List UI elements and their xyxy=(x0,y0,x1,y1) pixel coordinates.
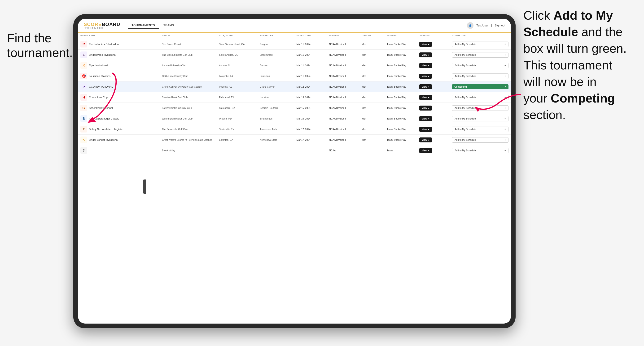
event-name-cell: B The Carpetbagger Classic xyxy=(80,115,157,122)
event-name: GCU INVITATIONAL xyxy=(89,85,113,88)
view-button[interactable]: View ● xyxy=(419,63,432,68)
event-name: The Johnnie - O Individual xyxy=(89,42,119,46)
add-to-schedule-button[interactable]: Add to My Schedule + xyxy=(452,137,508,143)
add-to-schedule-button[interactable]: Add to My Schedule + xyxy=(452,148,508,153)
plus-icon: + xyxy=(504,75,506,77)
division: NCAA Division I xyxy=(327,60,360,71)
plus-icon: + xyxy=(504,149,506,152)
scoring: Team, Stroke Play xyxy=(384,92,417,103)
col-header-hosted: HOSTED BY xyxy=(258,33,294,39)
add-schedule-label: Add to My Schedule xyxy=(454,54,476,56)
table-row: ↗ GCU INVITATIONAL Grand Canyon Universi… xyxy=(78,81,511,92)
add-to-schedule-button[interactable]: Add to My Schedule + xyxy=(452,95,508,100)
start-date: Mar 13, 2024 xyxy=(294,92,327,103)
gender: Men xyxy=(359,113,384,124)
col-header-actions: ACTIONS xyxy=(417,33,450,39)
view-button[interactable]: View ● xyxy=(419,138,432,142)
plus-icon: + xyxy=(504,43,506,46)
user-name: Test User xyxy=(476,24,488,27)
view-button[interactable]: View ● xyxy=(419,116,432,121)
add-schedule-label: Add to My Schedule xyxy=(454,75,476,77)
add-to-schedule-button[interactable]: Add to My Schedule + xyxy=(452,73,508,79)
actions-cell: View ● xyxy=(417,71,450,81)
view-button[interactable]: View ● xyxy=(419,95,432,100)
check-icon: ✓ xyxy=(504,85,506,88)
add-schedule-label: Add to My Schedule xyxy=(454,107,476,109)
competing-label: Competing xyxy=(454,85,466,88)
sign-out-link[interactable]: Sign out xyxy=(495,24,505,27)
competing-cell: Add to My Schedule + xyxy=(450,145,511,156)
add-to-schedule-button[interactable]: Add to My Schedule + xyxy=(452,63,508,68)
nav-tab-teams[interactable]: TEAMS xyxy=(160,22,178,29)
app-header: SCOREBOARD Powered by clippd TOURNAMENTS… xyxy=(78,19,511,33)
gender xyxy=(359,145,384,156)
team-logo: ? xyxy=(80,147,87,154)
col-header-competing: COMPETING xyxy=(450,33,511,39)
divider: | xyxy=(491,24,492,27)
team-logo: 🎯 xyxy=(80,73,87,79)
competing-cell: Competing ✓ xyxy=(450,81,511,92)
competing-button[interactable]: Competing ✓ xyxy=(452,84,508,89)
view-button[interactable]: View ● xyxy=(419,74,432,79)
division: NCAA Division I xyxy=(327,124,360,135)
start-date: Mar 12, 2024 xyxy=(294,81,327,92)
hosted-by: Grand Canyon xyxy=(258,81,294,92)
city-state: Lafayette, LA xyxy=(217,71,257,81)
view-button[interactable]: View ● xyxy=(419,127,432,132)
actions-cell: View ● xyxy=(417,124,450,135)
add-to-schedule-button[interactable]: Add to My Schedule + xyxy=(452,127,508,132)
table-row: 🎯 Louisiana Classics Oakbourne Country C… xyxy=(78,71,511,81)
table-row: G Schenkel Invitational Forest Heights C… xyxy=(78,103,511,113)
actions-cell: View ● xyxy=(417,103,450,113)
view-button[interactable]: View ● xyxy=(419,84,432,89)
view-button[interactable]: View ● xyxy=(419,42,432,47)
hosted-by: Louisiana xyxy=(258,71,294,81)
logo-subtitle: Powered by clippd xyxy=(84,27,120,29)
annotation-right: Click Add to MySchedule and thebox will … xyxy=(524,7,637,123)
add-schedule-label: Add to My Schedule xyxy=(454,43,476,46)
user-avatar: 👤 xyxy=(467,22,474,29)
venue: Sea Palms Resort xyxy=(160,39,217,50)
event-name-cell: ↗ GCU INVITATIONAL xyxy=(80,83,157,90)
venue: The Sevierville Golf Club xyxy=(160,124,217,135)
add-schedule-label: Add to My Schedule xyxy=(454,149,476,152)
plus-icon: + xyxy=(504,96,506,99)
view-button[interactable]: View ● xyxy=(419,52,432,57)
table-row: ? Brook ValleyNCAATeam, View ● Add to My… xyxy=(78,145,511,156)
nav-tab-tournaments[interactable]: TOURNAMENTS xyxy=(128,22,159,29)
gender: Men xyxy=(359,135,384,145)
venue: Oakbourne Country Club xyxy=(160,71,217,81)
add-to-schedule-button[interactable]: Add to My Schedule + xyxy=(452,105,508,111)
actions-cell: View ● xyxy=(417,92,450,103)
actions-cell: View ● xyxy=(417,145,450,156)
add-schedule-label: Add to My Schedule xyxy=(454,64,476,67)
tournaments-table-container: EVENT NAME VENUE CITY, STATE HOSTED BY S… xyxy=(78,33,511,324)
venue: Great Waters Course At Reynolds Lake Oco… xyxy=(160,135,217,145)
venue: Auburn University Club xyxy=(160,60,217,71)
table-row: R The Johnnie - O Individual Sea Palms R… xyxy=(78,39,511,50)
event-name: Linger Longer Invitational xyxy=(89,138,118,142)
view-button[interactable]: View ● xyxy=(419,106,432,111)
event-name: The Carpetbagger Classic xyxy=(89,117,119,120)
add-to-schedule-button[interactable]: Add to My Schedule + xyxy=(452,116,508,121)
add-to-schedule-button[interactable]: Add to My Schedule + xyxy=(452,52,508,58)
division: NCAA Division I xyxy=(327,113,360,124)
hosted-by: Auburn xyxy=(258,60,294,71)
hosted-by: Tennessee Tech xyxy=(258,124,294,135)
actions-cell: View ● xyxy=(417,50,450,60)
col-header-venue: VENUE xyxy=(160,33,217,39)
view-icon: ● xyxy=(428,149,430,152)
competing-cell: Add to My Schedule + xyxy=(450,103,511,113)
scoring: Team, Stroke Play xyxy=(384,124,417,135)
view-icon: ● xyxy=(428,43,430,46)
view-button[interactable]: View ● xyxy=(419,148,432,153)
table-row: K Linger Longer Invitational Great Water… xyxy=(78,135,511,145)
event-name-cell: K Linger Longer Invitational xyxy=(80,137,157,143)
hosted-by: Lindenwood xyxy=(258,50,294,60)
header-right: 👤 Test User | Sign out xyxy=(467,22,505,29)
col-header-scoring: SCORING xyxy=(384,33,417,39)
city-state: Saint Simons Island, GA xyxy=(217,39,257,50)
add-to-schedule-button[interactable]: Add to My Schedule + xyxy=(452,42,508,47)
venue: The Missouri Bluffs Golf Club xyxy=(160,50,217,60)
scoring: Team, Stroke Play xyxy=(384,39,417,50)
